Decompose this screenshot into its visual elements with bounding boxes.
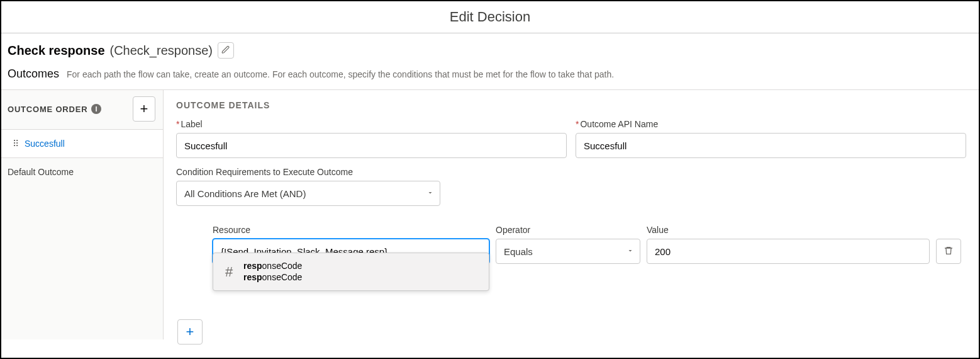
api-name-field: *Outcome API Name <box>576 119 966 158</box>
resource-typeahead: # responseCode responseCode <box>213 253 489 291</box>
typeahead-secondary: responseCode <box>243 272 302 283</box>
delete-condition-button[interactable] <box>936 239 961 264</box>
condition-req-select[interactable]: All Conditions Are Met (AND) <box>176 181 440 206</box>
outcome-details-heading: OUTCOME DETAILS <box>176 100 966 110</box>
value-input[interactable] <box>647 239 930 264</box>
trash-icon <box>944 246 954 258</box>
sidebar-item-outcome[interactable]: ⠿ Succesfull <box>1 129 163 158</box>
drag-handle-icon[interactable]: ⠿ <box>13 139 18 149</box>
operator-field: Operator Equals <box>496 225 640 264</box>
dialog-title: Edit Decision <box>1 1 979 33</box>
sidebar-heading-label: OUTCOME ORDER <box>8 105 87 114</box>
value-field: Value <box>647 225 930 264</box>
info-icon[interactable]: i <box>91 104 101 114</box>
value-label: Value <box>647 225 930 235</box>
operator-select[interactable]: Equals <box>496 239 640 264</box>
add-outcome-button[interactable]: + <box>133 96 155 122</box>
decision-label: Check response <box>8 43 105 58</box>
outcomes-help-text: For each path the flow can take, create … <box>67 69 614 79</box>
number-icon: # <box>222 264 236 280</box>
api-name-input[interactable] <box>576 133 966 158</box>
condition-req-field: Condition Requirements to Execute Outcom… <box>176 167 440 206</box>
condition-req-value: All Conditions Are Met (AND) <box>184 188 306 199</box>
operator-label: Operator <box>496 225 640 235</box>
outcome-details-panel: OUTCOME DETAILS *Label *Outcome API Name… <box>164 90 979 339</box>
resource-field: Resource # responseCode responseCode <box>213 225 489 264</box>
typeahead-item[interactable]: # responseCode responseCode <box>213 257 489 287</box>
label-field-label: *Label <box>176 119 567 129</box>
body: OUTCOME ORDER i + ⠿ Succesfull Default O… <box>1 90 979 339</box>
sidebar-header: OUTCOME ORDER i + <box>1 90 163 129</box>
typeahead-primary: responseCode <box>243 261 302 272</box>
edit-label-button[interactable] <box>218 42 234 59</box>
outcome-sidebar: OUTCOME ORDER i + ⠿ Succesfull Default O… <box>1 90 164 339</box>
chevron-down-icon <box>626 246 634 256</box>
label-input[interactable] <box>176 133 567 158</box>
condition-req-label: Condition Requirements to Execute Outcom… <box>176 167 440 177</box>
api-name-field-label: *Outcome API Name <box>576 119 966 129</box>
outcomes-heading: Outcomes <box>8 67 59 81</box>
outcomes-description: Outcomes For each path the flow can take… <box>1 62 979 90</box>
sidebar-item-label: Succesfull <box>25 139 65 149</box>
pencil-icon <box>221 45 230 56</box>
decision-api-name: (Check_response) <box>110 43 213 58</box>
resource-label: Resource <box>213 225 489 235</box>
add-condition-button[interactable]: + <box>177 319 203 345</box>
edit-decision-dialog: Edit Decision Check response (Check_resp… <box>0 0 980 359</box>
sidebar-item-default-outcome[interactable]: Default Outcome <box>1 158 163 186</box>
decision-header: Check response (Check_response) <box>1 33 979 62</box>
operator-value: Equals <box>504 246 533 257</box>
default-outcome-label: Default Outcome <box>8 167 74 177</box>
condition-row: Resource # responseCode responseCode <box>176 225 966 264</box>
label-field: *Label <box>176 119 567 158</box>
chevron-down-icon <box>426 188 434 198</box>
